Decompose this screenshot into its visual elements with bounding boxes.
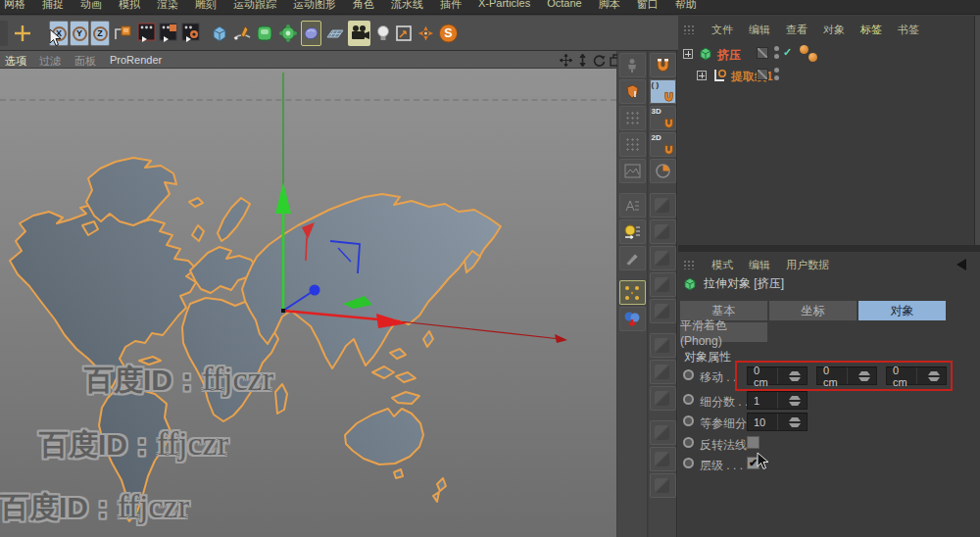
viewport[interactable]: 百度ID：ffjczr 百度ID：ffjczr 百度ID：ffjczr (0, 69, 616, 537)
snap-2d-icon[interactable]: 2D (650, 132, 676, 157)
viewport-rotate-icon[interactable] (592, 53, 606, 67)
menu-mesh[interactable]: 网格 (4, 0, 25, 12)
menu-sculpt[interactable]: 雕刻 (195, 0, 217, 12)
menu-snap[interactable]: 捕捉 (42, 0, 64, 12)
stepper-icon[interactable] (777, 367, 808, 384)
menu-help[interactable]: 帮助 (675, 0, 697, 12)
menu-simulate[interactable]: 模拟 (119, 0, 140, 12)
viewport-menu-options[interactable]: 选项 (5, 54, 26, 69)
am-menu-edit[interactable]: 编辑 (749, 258, 770, 272)
deformer-icon[interactable] (277, 21, 298, 46)
tab-coordinates[interactable]: 坐标 (769, 301, 857, 320)
y-axis-handle[interactable] (275, 182, 291, 214)
keyframe-record-icon[interactable] (683, 437, 694, 448)
snap-option-icon[interactable] (650, 447, 676, 471)
object-label-extrude[interactable]: 挤压 (717, 47, 741, 64)
menu-xparticles[interactable]: X-Particles (478, 0, 530, 12)
subdivision-surface-icon[interactable] (254, 21, 274, 46)
move-x-field[interactable]: 0 cm (747, 366, 808, 385)
coordinate-system-icon[interactable] (112, 21, 132, 46)
lock-z-axis-button[interactable]: Z (90, 21, 110, 46)
rotate-snap-icon[interactable] (650, 159, 676, 183)
keyframe-record-icon[interactable] (683, 369, 694, 380)
om-menu-objects[interactable]: 对象 (823, 23, 845, 37)
render-queue-icon[interactable] (619, 307, 646, 331)
render-visibility-dot[interactable] (774, 54, 779, 59)
object-row-extrude[interactable]: 挤压 ✓ (678, 43, 972, 65)
layer-swatch-icon[interactable] (757, 69, 768, 80)
volume-generator-icon[interactable] (301, 21, 321, 46)
keyframe-record-icon[interactable] (683, 394, 694, 405)
snap-modeling-icon[interactable]: ( ) (650, 79, 676, 104)
x-axis-handle[interactable] (376, 314, 408, 328)
viewport-solo-icon[interactable] (619, 280, 646, 305)
lock-y-axis-button[interactable]: Y (70, 21, 89, 46)
om-menu-tags[interactable]: 标签 (860, 23, 882, 37)
snap-3d-icon[interactable]: 3D (650, 106, 676, 130)
viewport-menu-prorender[interactable]: ProRender (110, 54, 162, 66)
menu-plugins[interactable]: 插件 (440, 0, 462, 12)
enabled-checkmark-icon[interactable]: ✓ (783, 46, 792, 59)
knife-tool-icon[interactable] (619, 246, 646, 270)
expand-toggle-icon[interactable] (697, 71, 707, 80)
om-menu-file[interactable]: 文件 (711, 23, 733, 37)
menu-motion-tracker[interactable]: 运动跟踪 (233, 0, 276, 12)
menu-pipeline[interactable]: 流水线 (391, 0, 423, 12)
menu-character[interactable]: 角色 (353, 0, 374, 12)
signal-plugin-icon[interactable]: S (438, 21, 459, 46)
snap-option-icon[interactable] (650, 299, 676, 323)
uv-paint-mode-icon[interactable] (619, 132, 646, 157)
floor-environment-icon[interactable] (324, 21, 345, 46)
texture-view-icon[interactable] (619, 159, 646, 183)
stepper-icon[interactable] (777, 392, 808, 409)
paint-mode-icon[interactable] (619, 106, 646, 130)
keyframe-record-icon[interactable] (683, 458, 694, 468)
snap-option-icon[interactable] (650, 386, 676, 411)
viewport-pan-icon[interactable] (559, 53, 572, 67)
collapse-panel-icon[interactable] (956, 259, 966, 270)
spline-pen-icon[interactable] (231, 21, 252, 46)
om-menu-bookmarks[interactable]: 书签 (898, 23, 919, 37)
object-row-spline[interactable]: 提取线1 (678, 65, 972, 86)
expand-toggle-icon[interactable] (683, 49, 693, 59)
iso-subdivision-field[interactable]: 10 (747, 413, 808, 431)
editor-visibility-dot[interactable] (774, 68, 779, 73)
editor-visibility-dot[interactable] (774, 46, 779, 51)
keyframe-record-icon[interactable] (683, 415, 694, 426)
subdivision-field[interactable]: 1 (747, 391, 808, 410)
am-menu-mode[interactable]: 模式 (711, 258, 733, 272)
stepper-icon[interactable] (847, 367, 877, 384)
object-manager-scroll-strip[interactable] (974, 16, 980, 245)
stepper-icon[interactable] (916, 367, 947, 384)
panel-splitter[interactable] (678, 245, 980, 252)
viewport-menu-panel[interactable]: 面板 (74, 54, 96, 69)
tab-object[interactable]: 对象 (858, 301, 946, 320)
coordinates-tool-icon[interactable] (619, 220, 646, 244)
axis-gizmo[interactable] (0, 69, 616, 537)
tag-icon[interactable] (800, 45, 808, 54)
stepper-icon[interactable] (777, 414, 808, 430)
snap-option-icon[interactable] (650, 193, 676, 218)
am-menu-userdata[interactable]: 用户数据 (786, 258, 829, 272)
text-kerning-icon[interactable] (619, 193, 646, 218)
xparticles-icon[interactable] (416, 21, 435, 46)
menu-script[interactable]: 脚本 (599, 0, 620, 12)
clipped-tool-icon[interactable] (0, 21, 8, 46)
render-settings-icon[interactable] (181, 21, 200, 46)
layer-swatch-icon[interactable] (757, 47, 768, 59)
menu-octane[interactable]: Octane (547, 0, 581, 12)
viewport-zoom-icon[interactable] (575, 53, 589, 67)
menu-render[interactable]: 渲染 (157, 0, 178, 12)
snap-option-icon[interactable] (650, 473, 676, 498)
snap-option-icon[interactable] (650, 420, 676, 445)
snap-option-icon[interactable] (650, 220, 676, 244)
menu-animate[interactable]: 动画 (80, 0, 102, 12)
render-view-icon[interactable] (137, 21, 156, 46)
om-menu-view[interactable]: 查看 (786, 23, 808, 37)
enable-snap-icon[interactable] (650, 53, 676, 77)
panel-grip-icon[interactable] (683, 24, 694, 34)
menu-mograph[interactable]: 运动图形 (293, 0, 336, 12)
viewport-menu-filter[interactable]: 过滤 (39, 54, 61, 69)
tag-icon[interactable] (808, 53, 817, 62)
flip-normals-checkbox[interactable] (747, 436, 760, 449)
